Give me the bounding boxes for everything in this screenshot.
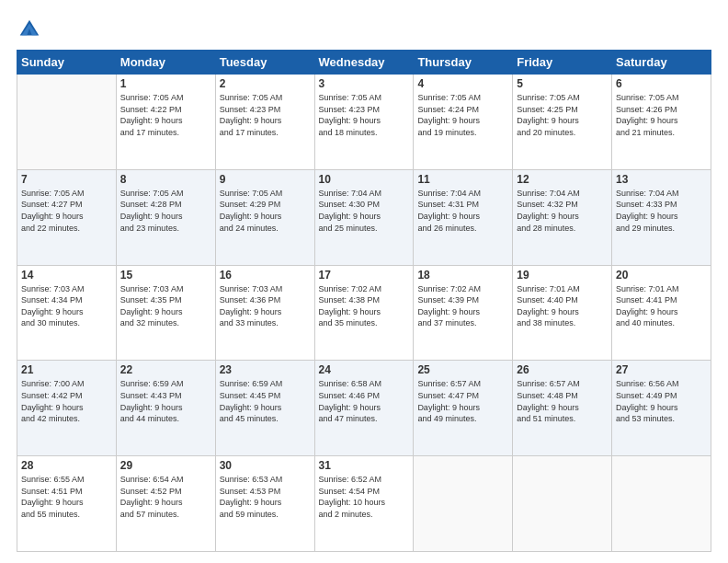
cell-text: Sunrise: 7:01 AM Sunset: 4:41 PM Dayligh… <box>616 283 707 329</box>
week-row-3: 21Sunrise: 7:00 AM Sunset: 4:42 PM Dayli… <box>17 361 711 456</box>
calendar-cell: 31Sunrise: 6:52 AM Sunset: 4:54 PM Dayli… <box>314 456 414 552</box>
day-number: 24 <box>319 363 410 376</box>
day-number: 7 <box>21 173 112 186</box>
calendar-cell: 28Sunrise: 6:55 AM Sunset: 4:51 PM Dayli… <box>17 456 117 552</box>
calendar-cell: 12Sunrise: 7:04 AM Sunset: 4:32 PM Dayli… <box>513 169 612 265</box>
cell-text: Sunrise: 7:05 AM Sunset: 4:24 PM Dayligh… <box>417 92 508 138</box>
cell-text: Sunrise: 6:57 AM Sunset: 4:48 PM Dayligh… <box>517 378 608 424</box>
day-number: 6 <box>616 77 707 90</box>
cell-text: Sunrise: 6:59 AM Sunset: 4:43 PM Dayligh… <box>120 378 211 424</box>
day-header-friday: Friday <box>513 51 612 75</box>
cell-text: Sunrise: 7:05 AM Sunset: 4:28 PM Dayligh… <box>120 188 211 234</box>
calendar-cell: 23Sunrise: 6:59 AM Sunset: 4:45 PM Dayli… <box>215 361 314 456</box>
calendar-cell: 20Sunrise: 7:01 AM Sunset: 4:41 PM Dayli… <box>612 265 711 361</box>
calendar-cell: 16Sunrise: 7:03 AM Sunset: 4:36 PM Dayli… <box>215 265 314 361</box>
calendar-cell: 29Sunrise: 6:54 AM Sunset: 4:52 PM Dayli… <box>116 456 215 552</box>
day-number: 31 <box>319 459 410 472</box>
header-row: SundayMondayTuesdayWednesdayThursdayFrid… <box>17 51 711 75</box>
calendar-cell: 15Sunrise: 7:03 AM Sunset: 4:35 PM Dayli… <box>116 265 215 361</box>
day-number: 19 <box>517 269 608 282</box>
cell-text: Sunrise: 7:04 AM Sunset: 4:32 PM Dayligh… <box>517 188 608 234</box>
day-header-saturday: Saturday <box>612 51 711 75</box>
cell-text: Sunrise: 7:04 AM Sunset: 4:33 PM Dayligh… <box>616 188 707 234</box>
cell-text: Sunrise: 7:04 AM Sunset: 4:30 PM Dayligh… <box>319 188 410 234</box>
cell-text: Sunrise: 7:05 AM Sunset: 4:27 PM Dayligh… <box>21 188 112 234</box>
day-number: 11 <box>417 173 508 186</box>
cell-text: Sunrise: 7:05 AM Sunset: 4:23 PM Dayligh… <box>319 92 410 138</box>
day-number: 8 <box>120 173 211 186</box>
day-number: 20 <box>616 269 707 282</box>
day-header-sunday: Sunday <box>17 51 117 75</box>
week-row-0: 1Sunrise: 7:05 AM Sunset: 4:22 PM Daylig… <box>17 75 711 170</box>
calendar-cell: 9Sunrise: 7:05 AM Sunset: 4:29 PM Daylig… <box>215 169 314 265</box>
week-row-4: 28Sunrise: 6:55 AM Sunset: 4:51 PM Dayli… <box>17 456 711 552</box>
day-number: 22 <box>120 363 211 376</box>
calendar-cell: 19Sunrise: 7:01 AM Sunset: 4:40 PM Dayli… <box>513 265 612 361</box>
day-number: 4 <box>417 77 508 90</box>
calendar-header: SundayMondayTuesdayWednesdayThursdayFrid… <box>17 51 711 75</box>
cell-text: Sunrise: 7:00 AM Sunset: 4:42 PM Dayligh… <box>21 378 112 424</box>
day-number: 25 <box>417 363 508 376</box>
cell-text: Sunrise: 6:52 AM Sunset: 4:54 PM Dayligh… <box>319 474 410 520</box>
cell-text: Sunrise: 6:57 AM Sunset: 4:47 PM Dayligh… <box>417 378 508 424</box>
day-number: 16 <box>220 269 311 282</box>
cell-text: Sunrise: 7:03 AM Sunset: 4:35 PM Dayligh… <box>120 283 211 329</box>
day-number: 29 <box>120 459 211 472</box>
header <box>17 17 711 42</box>
calendar-cell: 10Sunrise: 7:04 AM Sunset: 4:30 PM Dayli… <box>314 169 414 265</box>
cell-text: Sunrise: 7:02 AM Sunset: 4:39 PM Dayligh… <box>417 283 508 329</box>
calendar-cell: 14Sunrise: 7:03 AM Sunset: 4:34 PM Dayli… <box>17 265 117 361</box>
day-number: 21 <box>21 363 112 376</box>
page: SundayMondayTuesdayWednesdayThursdayFrid… <box>0 0 728 563</box>
calendar-cell: 11Sunrise: 7:04 AM Sunset: 4:31 PM Dayli… <box>414 169 513 265</box>
day-number: 3 <box>319 77 410 90</box>
calendar-cell: 30Sunrise: 6:53 AM Sunset: 4:53 PM Dayli… <box>215 456 314 552</box>
day-header-wednesday: Wednesday <box>314 51 414 75</box>
calendar-cell: 6Sunrise: 7:05 AM Sunset: 4:26 PM Daylig… <box>612 75 711 170</box>
calendar-cell: 27Sunrise: 6:56 AM Sunset: 4:49 PM Dayli… <box>612 361 711 456</box>
calendar-cell: 7Sunrise: 7:05 AM Sunset: 4:27 PM Daylig… <box>17 169 117 265</box>
calendar-cell: 17Sunrise: 7:02 AM Sunset: 4:38 PM Dayli… <box>314 265 414 361</box>
cell-text: Sunrise: 7:05 AM Sunset: 4:25 PM Dayligh… <box>517 92 608 138</box>
calendar-cell: 2Sunrise: 7:05 AM Sunset: 4:23 PM Daylig… <box>215 75 314 170</box>
day-number: 14 <box>21 269 112 282</box>
cell-text: Sunrise: 7:05 AM Sunset: 4:29 PM Dayligh… <box>220 188 311 234</box>
calendar-cell: 22Sunrise: 6:59 AM Sunset: 4:43 PM Dayli… <box>116 361 215 456</box>
calendar-cell: 21Sunrise: 7:00 AM Sunset: 4:42 PM Dayli… <box>17 361 117 456</box>
cell-text: Sunrise: 6:54 AM Sunset: 4:52 PM Dayligh… <box>120 474 211 520</box>
cell-text: Sunrise: 7:02 AM Sunset: 4:38 PM Dayligh… <box>319 283 410 329</box>
week-row-1: 7Sunrise: 7:05 AM Sunset: 4:27 PM Daylig… <box>17 169 711 265</box>
calendar-cell: 18Sunrise: 7:02 AM Sunset: 4:39 PM Dayli… <box>414 265 513 361</box>
cell-text: Sunrise: 7:05 AM Sunset: 4:26 PM Dayligh… <box>616 92 707 138</box>
cell-text: Sunrise: 7:05 AM Sunset: 4:23 PM Dayligh… <box>220 92 311 138</box>
calendar-cell <box>414 456 513 552</box>
day-header-tuesday: Tuesday <box>215 51 314 75</box>
day-number: 9 <box>220 173 311 186</box>
day-header-thursday: Thursday <box>414 51 513 75</box>
day-number: 15 <box>120 269 211 282</box>
logo-icon <box>17 17 42 42</box>
day-number: 27 <box>616 363 707 376</box>
day-number: 2 <box>220 77 311 90</box>
calendar-cell: 26Sunrise: 6:57 AM Sunset: 4:48 PM Dayli… <box>513 361 612 456</box>
calendar-cell: 4Sunrise: 7:05 AM Sunset: 4:24 PM Daylig… <box>414 75 513 170</box>
calendar-cell: 25Sunrise: 6:57 AM Sunset: 4:47 PM Dayli… <box>414 361 513 456</box>
week-row-2: 14Sunrise: 7:03 AM Sunset: 4:34 PM Dayli… <box>17 265 711 361</box>
calendar-cell <box>17 75 117 170</box>
day-number: 28 <box>21 459 112 472</box>
calendar-cell <box>513 456 612 552</box>
calendar-cell: 24Sunrise: 6:58 AM Sunset: 4:46 PM Dayli… <box>314 361 414 456</box>
day-header-monday: Monday <box>116 51 215 75</box>
day-number: 30 <box>220 459 311 472</box>
day-number: 13 <box>616 173 707 186</box>
day-number: 1 <box>120 77 211 90</box>
day-number: 10 <box>319 173 410 186</box>
calendar-cell: 8Sunrise: 7:05 AM Sunset: 4:28 PM Daylig… <box>116 169 215 265</box>
cell-text: Sunrise: 6:53 AM Sunset: 4:53 PM Dayligh… <box>220 474 311 520</box>
day-number: 26 <box>517 363 608 376</box>
calendar-cell <box>612 456 711 552</box>
cell-text: Sunrise: 6:56 AM Sunset: 4:49 PM Dayligh… <box>616 378 707 424</box>
day-number: 17 <box>319 269 410 282</box>
cell-text: Sunrise: 7:03 AM Sunset: 4:36 PM Dayligh… <box>220 283 311 329</box>
cell-text: Sunrise: 7:03 AM Sunset: 4:34 PM Dayligh… <box>21 283 112 329</box>
